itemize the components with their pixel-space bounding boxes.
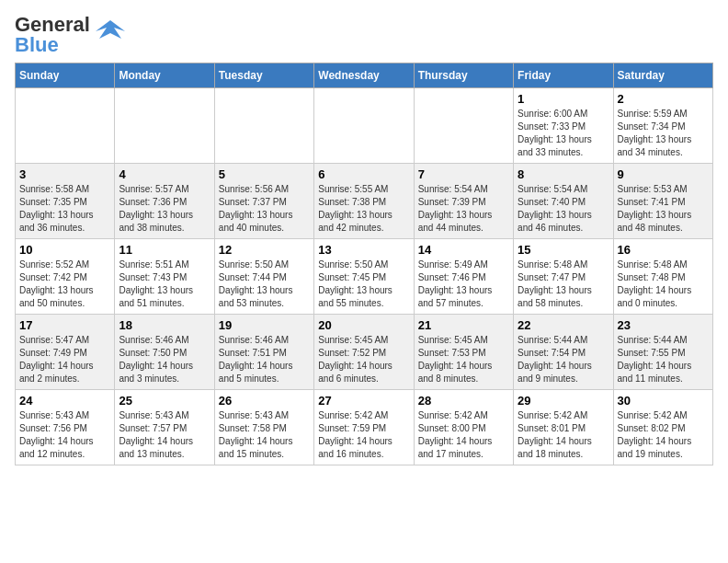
day-number: 1 xyxy=(518,92,609,106)
day-number: 17 xyxy=(19,318,110,332)
calendar-cell xyxy=(314,88,414,164)
day-number: 28 xyxy=(418,394,509,408)
svg-marker-0 xyxy=(96,20,125,39)
day-number: 3 xyxy=(19,167,110,181)
day-info: Sunrise: 6:00 AM Sunset: 7:33 PM Dayligh… xyxy=(518,108,609,159)
calendar-cell: 29Sunrise: 5:42 AM Sunset: 8:01 PM Dayli… xyxy=(514,390,613,465)
day-info: Sunrise: 5:54 AM Sunset: 7:39 PM Dayligh… xyxy=(418,183,509,235)
day-number: 15 xyxy=(518,243,609,257)
day-info: Sunrise: 5:45 AM Sunset: 7:52 PM Dayligh… xyxy=(318,334,409,385)
calendar-week-row: 24Sunrise: 5:43 AM Sunset: 7:56 PM Dayli… xyxy=(16,390,713,465)
day-info: Sunrise: 5:58 AM Sunset: 7:35 PM Dayligh… xyxy=(19,183,110,235)
day-number: 26 xyxy=(219,394,310,408)
day-number: 6 xyxy=(318,167,409,181)
day-number: 12 xyxy=(219,243,310,257)
day-info: Sunrise: 5:49 AM Sunset: 7:46 PM Dayligh… xyxy=(418,259,509,310)
day-info: Sunrise: 5:52 AM Sunset: 7:42 PM Dayligh… xyxy=(19,259,110,310)
day-info: Sunrise: 5:42 AM Sunset: 8:01 PM Dayligh… xyxy=(518,409,609,461)
calendar-cell xyxy=(414,88,513,164)
day-info: Sunrise: 5:43 AM Sunset: 7:57 PM Dayligh… xyxy=(119,409,210,461)
calendar-cell: 26Sunrise: 5:43 AM Sunset: 7:58 PM Dayli… xyxy=(214,390,313,465)
calendar-cell: 13Sunrise: 5:50 AM Sunset: 7:45 PM Dayli… xyxy=(314,239,414,315)
day-number: 11 xyxy=(119,243,210,257)
calendar-cell: 28Sunrise: 5:42 AM Sunset: 8:00 PM Dayli… xyxy=(414,390,513,465)
calendar-cell: 16Sunrise: 5:48 AM Sunset: 7:48 PM Dayli… xyxy=(613,239,712,315)
calendar-cell xyxy=(16,88,115,164)
day-number: 16 xyxy=(618,243,709,257)
day-number: 18 xyxy=(119,318,210,332)
page-header: General Blue xyxy=(15,15,713,55)
day-number: 21 xyxy=(418,318,509,332)
logo-blue: Blue xyxy=(15,33,59,56)
calendar-cell: 11Sunrise: 5:51 AM Sunset: 7:43 PM Dayli… xyxy=(115,239,214,315)
day-number: 7 xyxy=(418,167,509,181)
day-info: Sunrise: 5:44 AM Sunset: 7:54 PM Dayligh… xyxy=(518,334,609,385)
day-info: Sunrise: 5:53 AM Sunset: 7:41 PM Dayligh… xyxy=(618,183,709,235)
calendar-cell: 21Sunrise: 5:45 AM Sunset: 7:53 PM Dayli… xyxy=(414,315,513,390)
weekday-header-monday: Monday xyxy=(115,63,214,88)
day-info: Sunrise: 5:45 AM Sunset: 7:53 PM Dayligh… xyxy=(418,334,509,385)
day-info: Sunrise: 5:47 AM Sunset: 7:49 PM Dayligh… xyxy=(19,334,110,385)
day-info: Sunrise: 5:46 AM Sunset: 7:51 PM Dayligh… xyxy=(219,334,310,385)
logo: General Blue xyxy=(15,15,125,55)
day-number: 20 xyxy=(318,318,409,332)
calendar-cell: 3Sunrise: 5:58 AM Sunset: 7:35 PM Daylig… xyxy=(16,164,115,239)
calendar-cell: 12Sunrise: 5:50 AM Sunset: 7:44 PM Dayli… xyxy=(214,239,313,315)
calendar-cell: 2Sunrise: 5:59 AM Sunset: 7:34 PM Daylig… xyxy=(613,88,712,164)
day-number: 25 xyxy=(119,394,210,408)
calendar-cell: 24Sunrise: 5:43 AM Sunset: 7:56 PM Dayli… xyxy=(16,390,115,465)
day-info: Sunrise: 5:54 AM Sunset: 7:40 PM Dayligh… xyxy=(518,183,609,235)
calendar-cell: 25Sunrise: 5:43 AM Sunset: 7:57 PM Dayli… xyxy=(115,390,214,465)
weekday-header-thursday: Thursday xyxy=(414,63,513,88)
calendar-cell: 5Sunrise: 5:56 AM Sunset: 7:37 PM Daylig… xyxy=(214,164,313,239)
calendar-cell: 8Sunrise: 5:54 AM Sunset: 7:40 PM Daylig… xyxy=(514,164,613,239)
day-number: 27 xyxy=(318,394,409,408)
calendar-week-row: 1Sunrise: 6:00 AM Sunset: 7:33 PM Daylig… xyxy=(16,88,713,164)
day-info: Sunrise: 5:57 AM Sunset: 7:36 PM Dayligh… xyxy=(119,183,210,235)
calendar-cell: 17Sunrise: 5:47 AM Sunset: 7:49 PM Dayli… xyxy=(16,315,115,390)
day-number: 9 xyxy=(618,167,709,181)
weekday-header-wednesday: Wednesday xyxy=(314,63,414,88)
day-info: Sunrise: 5:50 AM Sunset: 7:45 PM Dayligh… xyxy=(318,259,409,310)
weekday-header-row: SundayMondayTuesdayWednesdayThursdayFrid… xyxy=(16,63,713,88)
calendar-cell: 10Sunrise: 5:52 AM Sunset: 7:42 PM Dayli… xyxy=(16,239,115,315)
day-info: Sunrise: 5:51 AM Sunset: 7:43 PM Dayligh… xyxy=(119,259,210,310)
weekday-header-saturday: Saturday xyxy=(613,63,712,88)
weekday-header-tuesday: Tuesday xyxy=(214,63,313,88)
calendar-cell: 15Sunrise: 5:48 AM Sunset: 7:47 PM Dayli… xyxy=(514,239,613,315)
day-info: Sunrise: 5:43 AM Sunset: 7:58 PM Dayligh… xyxy=(219,409,310,461)
day-number: 30 xyxy=(618,394,709,408)
day-info: Sunrise: 5:56 AM Sunset: 7:37 PM Dayligh… xyxy=(219,183,310,235)
calendar-cell: 7Sunrise: 5:54 AM Sunset: 7:39 PM Daylig… xyxy=(414,164,513,239)
day-info: Sunrise: 5:59 AM Sunset: 7:34 PM Dayligh… xyxy=(618,108,709,159)
calendar-cell: 18Sunrise: 5:46 AM Sunset: 7:50 PM Dayli… xyxy=(115,315,214,390)
day-number: 8 xyxy=(518,167,609,181)
day-number: 22 xyxy=(518,318,609,332)
day-number: 2 xyxy=(618,92,709,106)
calendar-week-row: 3Sunrise: 5:58 AM Sunset: 7:35 PM Daylig… xyxy=(16,164,713,239)
weekday-header-sunday: Sunday xyxy=(16,63,115,88)
weekday-header-friday: Friday xyxy=(514,63,613,88)
calendar-cell: 1Sunrise: 6:00 AM Sunset: 7:33 PM Daylig… xyxy=(514,88,613,164)
day-info: Sunrise: 5:44 AM Sunset: 7:55 PM Dayligh… xyxy=(618,334,709,385)
calendar-cell: 14Sunrise: 5:49 AM Sunset: 7:46 PM Dayli… xyxy=(414,239,513,315)
calendar-cell: 4Sunrise: 5:57 AM Sunset: 7:36 PM Daylig… xyxy=(115,164,214,239)
calendar-cell: 9Sunrise: 5:53 AM Sunset: 7:41 PM Daylig… xyxy=(613,164,712,239)
calendar-week-row: 17Sunrise: 5:47 AM Sunset: 7:49 PM Dayli… xyxy=(16,315,713,390)
day-info: Sunrise: 5:42 AM Sunset: 8:00 PM Dayligh… xyxy=(418,409,509,461)
day-number: 5 xyxy=(219,167,310,181)
day-info: Sunrise: 5:55 AM Sunset: 7:38 PM Dayligh… xyxy=(318,183,409,235)
calendar-cell xyxy=(214,88,313,164)
day-info: Sunrise: 5:48 AM Sunset: 7:47 PM Dayligh… xyxy=(518,259,609,310)
calendar-cell: 6Sunrise: 5:55 AM Sunset: 7:38 PM Daylig… xyxy=(314,164,414,239)
calendar-cell: 30Sunrise: 5:42 AM Sunset: 8:02 PM Dayli… xyxy=(613,390,712,465)
day-number: 4 xyxy=(119,167,210,181)
day-info: Sunrise: 5:42 AM Sunset: 8:02 PM Dayligh… xyxy=(618,409,709,461)
day-number: 10 xyxy=(19,243,110,257)
day-number: 13 xyxy=(318,243,409,257)
day-number: 29 xyxy=(518,394,609,408)
calendar-cell: 22Sunrise: 5:44 AM Sunset: 7:54 PM Dayli… xyxy=(514,315,613,390)
calendar-cell: 20Sunrise: 5:45 AM Sunset: 7:52 PM Dayli… xyxy=(314,315,414,390)
day-info: Sunrise: 5:42 AM Sunset: 7:59 PM Dayligh… xyxy=(318,409,409,461)
logo-bird-icon xyxy=(96,17,125,46)
